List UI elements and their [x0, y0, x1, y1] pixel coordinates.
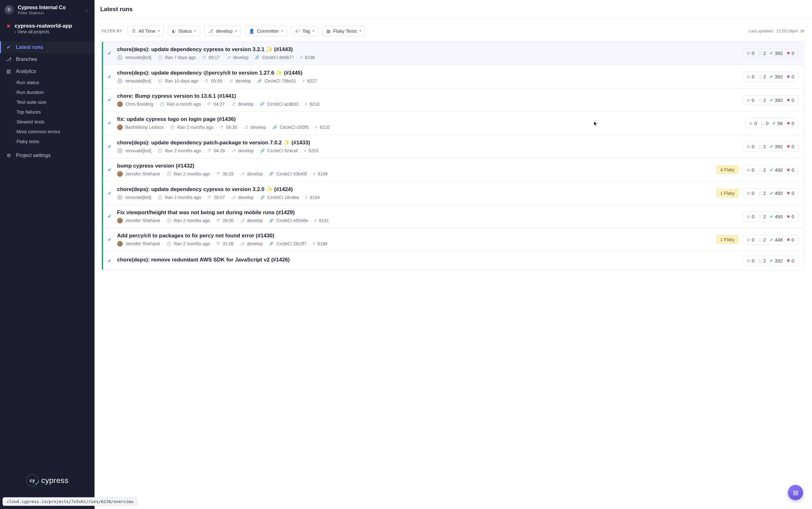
clock-icon: 🕘 [157, 148, 163, 153]
project-switcher[interactable]: ✖ cypress-realworld-app [6, 23, 89, 29]
author-avatar-icon [117, 101, 123, 107]
nav-latest-runs[interactable]: ✔ Latest runs [0, 41, 95, 53]
success-check-icon: ✔ [108, 237, 113, 242]
stopwatch-icon: ⏱ [207, 148, 211, 153]
failed-icon: ✖ [787, 98, 790, 102]
run-row[interactable]: ✔Fix viewport/height that was not being … [102, 205, 804, 228]
stat-failed: ✖0 [787, 50, 794, 56]
filter-status[interactable]: ◐ Status ▾ [168, 26, 201, 36]
run-number: 6194 [310, 195, 320, 200]
stat-skipped-count: 0 [752, 50, 754, 56]
branch-icon: ⎇ [231, 148, 236, 153]
skipped-icon: ⊘ [747, 258, 750, 263]
stat-passed-count: 392 [775, 74, 783, 79]
filter-branch-label: develop [216, 28, 233, 34]
stat-passed: ✔392 [770, 97, 783, 103]
run-row[interactable]: ✔chore: Bump cypress version to 13.6.1 (… [102, 89, 804, 112]
separator-dot: · [309, 171, 311, 176]
run-row[interactable]: ✔chore(deps): update dependency patch-pa… [102, 135, 804, 158]
cypress-mark-icon: cy [26, 474, 39, 487]
run-stats: 4 Flaky⊘0◌2✔450✖0 [717, 165, 798, 175]
stat-skipped: ⊘0 [747, 50, 754, 56]
stat-passed-count: 332 [775, 258, 783, 263]
separator-dot: · [236, 241, 238, 246]
run-stats: ⊘0◌0✔58✖0 [745, 118, 798, 128]
stat-box: ⊘0◌2✔450✖0 [743, 212, 798, 222]
run-row[interactable]: ✔bump cypress version (#1432)Jennifer Sh… [102, 158, 804, 181]
content-scroll[interactable]: FILTER BY 🗓 All Time ▾ ◐ Status ▾ ⎇ deve… [95, 19, 812, 509]
hash-icon: # [303, 79, 305, 83]
org-switcher[interactable]: C Cypress Internal Co Peter Stakoun ⌄ [0, 0, 95, 20]
author-avatar-icon [117, 78, 123, 84]
nav-project-settings[interactable]: ⚙ Project settings [0, 149, 95, 162]
run-row[interactable]: ✔chore(deps): update dependency cypress … [102, 41, 804, 65]
separator-dot: · [201, 78, 202, 83]
run-ci: CircleCI 924caf [268, 148, 298, 153]
run-row-main: Fix viewport/height that was not being s… [117, 209, 738, 224]
filter-tag[interactable]: 🏷 Tag ▾ [291, 26, 318, 36]
nav-analytics[interactable]: ▥ Analytics [0, 65, 95, 77]
passed-icon: ✔ [770, 258, 773, 263]
run-branch: develop [235, 78, 251, 83]
run-author: renovate[bot] [125, 55, 151, 60]
stat-pending-count: 2 [763, 74, 766, 79]
nav-run-status[interactable]: Run status [16, 77, 95, 87]
hash-icon: # [313, 172, 315, 176]
run-title: chore(deps): update dependency cypress t… [117, 186, 712, 193]
run-duration: 04:30 [226, 125, 237, 130]
run-row[interactable]: ✔chore(deps): update dependency cypress … [102, 181, 804, 205]
stat-skipped-count: 0 [752, 144, 754, 149]
run-ci: CircleCI ac8832 [267, 102, 299, 107]
hash-icon: # [315, 125, 317, 130]
stat-passed: ✔450 [770, 191, 783, 196]
filter-time[interactable]: 🗓 All Time ▾ [128, 26, 164, 36]
hash-icon: # [314, 218, 317, 223]
run-row[interactable]: ✔fix: update cypress logo on login page … [102, 112, 804, 135]
nav-top-failures[interactable]: Top failures [16, 107, 95, 117]
run-row[interactable]: ✔chore(deps): update dependency @percy/c… [102, 65, 804, 89]
filter-committer[interactable]: 👤 Committer ▾ [245, 26, 287, 36]
nav-branches[interactable]: ⎇ Branches [0, 53, 95, 65]
stat-failed: ✖0 [787, 214, 794, 219]
stat-passed: ✔392 [770, 74, 783, 79]
separator-dot: · [154, 78, 155, 83]
run-row-main: chore(deps): update dependency cypress t… [117, 46, 738, 60]
nav-slowest-tests[interactable]: Slowest tests [16, 117, 95, 127]
stat-skipped-count: 0 [752, 237, 754, 242]
stat-skipped-count: 0 [752, 97, 754, 103]
filter-by-label: FILTER BY [102, 29, 122, 33]
filter-branch[interactable]: ⎇ develop ▾ [204, 26, 241, 36]
stat-box: ⊘0◌2✔392✖0 [743, 141, 798, 151]
filters-row: FILTER BY 🗓 All Time ▾ ◐ Status ▾ ⎇ deve… [102, 26, 804, 36]
run-author: renovate[bot] [125, 195, 151, 200]
help-fab[interactable]: ▤ [788, 485, 803, 500]
run-row[interactable]: ✔Add percy/cli to packages to fix percy … [102, 228, 804, 251]
passed-icon: ✔ [770, 237, 773, 242]
run-meta: renovate[bot]·🕘Ran 7 days ago·⏱09:17·⎇de… [117, 55, 738, 60]
author-avatar-icon [117, 171, 123, 177]
bar-chart-icon: ▥ [6, 69, 11, 74]
run-row[interactable]: ✔chore(deps): remove redundant AWS SDK f… [102, 251, 804, 270]
separator-dot: · [265, 171, 267, 176]
nav-flaky-tests[interactable]: Flaky tests [16, 136, 95, 146]
filter-flaky[interactable]: ▦ Flaky Tests ▾ [322, 26, 365, 36]
sidebar: C Cypress Internal Co Peter Stakoun ⌄ ✖ … [0, 0, 95, 509]
nav-test-suite-size[interactable]: Test suite size [16, 97, 95, 107]
view-all-projects-link[interactable]: ‹ View all projects [14, 29, 89, 34]
stat-passed-count: 392 [775, 50, 783, 56]
stat-pending-count: 2 [763, 97, 766, 103]
stat-failed-count: 0 [792, 191, 794, 196]
refresh-icon[interactable]: ⟳ [801, 29, 804, 34]
nav-most-common-errors[interactable]: Most common errors [16, 127, 95, 136]
stat-pending: ◌2 [758, 144, 766, 149]
stat-failed: ✖0 [787, 74, 794, 79]
success-check-icon: ✔ [108, 74, 113, 80]
link-icon: 🔗 [255, 55, 259, 60]
run-author: Jennifer Shehane [125, 171, 160, 176]
separator-dot: · [240, 125, 241, 130]
nav-run-duration[interactable]: Run duration [16, 87, 95, 97]
run-age: Ran 2 months ago [165, 148, 201, 153]
run-branch: develop [247, 218, 262, 223]
run-duration: 30:25 [223, 171, 234, 176]
org-avatar-icon: C [4, 5, 14, 14]
